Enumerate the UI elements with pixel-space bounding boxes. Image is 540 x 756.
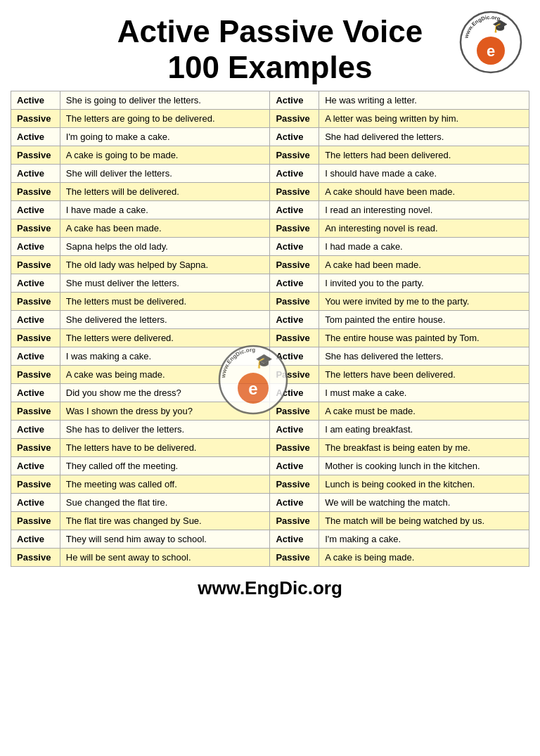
voice-table: ActiveShe is going to deliver the letter… bbox=[11, 91, 529, 567]
table-row: ActiveShe will deliver the letters.Activ… bbox=[11, 165, 529, 183]
voice-label-left: Passive bbox=[11, 475, 60, 494]
table-row: ActiveDid you show me the dress?ActiveI … bbox=[11, 384, 529, 402]
voice-sentence-left: I have made a cake. bbox=[60, 201, 270, 219]
voice-label-left: Passive bbox=[11, 183, 60, 201]
voice-label-left: Passive bbox=[11, 146, 60, 165]
voice-sentence-left: She will deliver the letters. bbox=[60, 165, 270, 183]
voice-label-left: Active bbox=[11, 128, 60, 146]
voice-label-left: Active bbox=[11, 384, 60, 402]
voice-label-right: Active bbox=[270, 201, 319, 219]
voice-label-left: Passive bbox=[11, 366, 60, 384]
table-row: PassiveThe letters will be delivered.Pas… bbox=[11, 183, 529, 201]
voice-sentence-left: The letters must be delivered. bbox=[60, 293, 270, 311]
voice-label-right: Passive bbox=[270, 549, 319, 567]
voice-sentence-left: Did you show me the dress? bbox=[60, 384, 270, 402]
voice-sentence-left: The letters were delivered. bbox=[60, 329, 270, 347]
voice-label-left: Active bbox=[11, 91, 60, 110]
table-row: ActiveShe is going to deliver the letter… bbox=[11, 91, 529, 110]
voice-sentence-right: The letters have been delivered. bbox=[319, 366, 529, 384]
table-row: ActiveThey called off the meeting.Active… bbox=[11, 457, 529, 475]
voice-sentence-right: You were invited by me to the party. bbox=[319, 293, 529, 311]
table-row: PassiveThe flat tire was changed by Sue.… bbox=[11, 512, 529, 530]
voice-label-right: Passive bbox=[270, 219, 319, 238]
voice-label-left: Passive bbox=[11, 439, 60, 457]
footer: www.EngDic.org bbox=[11, 567, 529, 603]
voice-sentence-left: They will send him away to school. bbox=[60, 530, 270, 549]
voice-label-left: Active bbox=[11, 347, 60, 366]
voice-label-left: Active bbox=[11, 165, 60, 183]
voice-label-left: Passive bbox=[11, 219, 60, 238]
table-row: PassiveThe letters have to be delivered.… bbox=[11, 439, 529, 457]
voice-sentence-left: The letters have to be delivered. bbox=[60, 439, 270, 457]
logo: www.EngDic.org 🎓 e bbox=[459, 11, 522, 74]
voice-sentence-right: The letters had been delivered. bbox=[319, 146, 529, 165]
table-row: ActiveShe delivered the letters.ActiveTo… bbox=[11, 311, 529, 329]
page-header: Active Passive Voice 100 Examples www.En… bbox=[11, 7, 529, 91]
voice-sentence-right: I'm making a cake. bbox=[319, 530, 529, 549]
voice-label-right: Active bbox=[270, 347, 319, 366]
voice-sentence-right: I read an interesting novel. bbox=[319, 201, 529, 219]
voice-label-left: Passive bbox=[11, 256, 60, 274]
voice-sentence-left: He will be sent away to school. bbox=[60, 549, 270, 567]
voice-label-right: Active bbox=[270, 530, 319, 549]
voice-label-right: Active bbox=[270, 421, 319, 439]
voice-sentence-right: A cake must be made. bbox=[319, 402, 529, 421]
voice-sentence-left: A cake is going to be made. bbox=[60, 146, 270, 165]
table-row: ActiveShe must deliver the letters.Activ… bbox=[11, 274, 529, 293]
table-row: PassiveThe letters are going to be deliv… bbox=[11, 110, 529, 128]
voice-label-right: Active bbox=[270, 311, 319, 329]
table-row: PassiveWas I shown the dress by you?Pass… bbox=[11, 402, 529, 421]
voice-sentence-left: I was making a cake. bbox=[60, 347, 270, 366]
voice-label-left: Passive bbox=[11, 402, 60, 421]
voice-label-right: Passive bbox=[270, 402, 319, 421]
table-row: PassiveThe letters must be delivered.Pas… bbox=[11, 293, 529, 311]
voice-label-right: Active bbox=[270, 384, 319, 402]
voice-sentence-right: He was writing a letter. bbox=[319, 91, 529, 110]
svg-text:🎓: 🎓 bbox=[492, 18, 508, 34]
voice-sentence-right: She had delivered the letters. bbox=[319, 128, 529, 146]
table-row: PassiveThe old lady was helped by Sapna.… bbox=[11, 256, 529, 274]
voice-sentence-left: She has to deliver the letters. bbox=[60, 421, 270, 439]
table-row: PassiveThe letters were delivered.Passiv… bbox=[11, 329, 529, 347]
voice-label-right: Passive bbox=[270, 183, 319, 201]
voice-label-left: Passive bbox=[11, 549, 60, 567]
voice-sentence-left: The letters will be delivered. bbox=[60, 183, 270, 201]
voice-label-left: Active bbox=[11, 311, 60, 329]
table-row: PassiveA cake has been made.PassiveAn in… bbox=[11, 219, 529, 238]
table-row: ActiveI was making a cake.ActiveShe has … bbox=[11, 347, 529, 366]
page-title: Active Passive Voice 100 Examples bbox=[11, 14, 529, 85]
voice-sentence-right: We will be watching the match. bbox=[319, 494, 529, 512]
table-row: PassiveThe meeting was called off.Passiv… bbox=[11, 475, 529, 494]
table-row: ActiveThey will send him away to school.… bbox=[11, 530, 529, 549]
voice-label-right: Passive bbox=[270, 146, 319, 165]
table-row: PassiveA cake was being made.PassiveThe … bbox=[11, 366, 529, 384]
voice-label-left: Passive bbox=[11, 110, 60, 128]
voice-sentence-right: I should have made a cake. bbox=[319, 165, 529, 183]
voice-sentence-left: A cake was being made. bbox=[60, 366, 270, 384]
voice-label-right: Active bbox=[270, 165, 319, 183]
voice-sentence-right: I am eating breakfast. bbox=[319, 421, 529, 439]
voice-sentence-left: Sue changed the flat tire. bbox=[60, 494, 270, 512]
voice-sentence-left: Was I shown the dress by you? bbox=[60, 402, 270, 421]
voice-sentence-right: A cake is being made. bbox=[319, 549, 529, 567]
voice-sentence-left: She delivered the letters. bbox=[60, 311, 270, 329]
voice-label-right: Passive bbox=[270, 439, 319, 457]
table-row: ActiveI'm going to make a cake.ActiveShe… bbox=[11, 128, 529, 146]
table-row: ActiveShe has to deliver the letters.Act… bbox=[11, 421, 529, 439]
voice-label-left: Passive bbox=[11, 329, 60, 347]
voice-label-right: Passive bbox=[270, 329, 319, 347]
voice-label-right: Passive bbox=[270, 110, 319, 128]
voice-label-right: Active bbox=[270, 128, 319, 146]
voice-label-left: Active bbox=[11, 457, 60, 475]
table-row: PassiveA cake is going to be made.Passiv… bbox=[11, 146, 529, 165]
voice-sentence-right: Lunch is being cooked in the kitchen. bbox=[319, 475, 529, 494]
voice-sentence-left: A cake has been made. bbox=[60, 219, 270, 238]
voice-label-right: Active bbox=[270, 457, 319, 475]
voice-label-left: Active bbox=[11, 421, 60, 439]
voice-label-left: Active bbox=[11, 530, 60, 549]
voice-sentence-right: I must make a cake. bbox=[319, 384, 529, 402]
voice-sentence-left: The old lady was helped by Sapna. bbox=[60, 256, 270, 274]
voice-label-left: Active bbox=[11, 201, 60, 219]
voice-label-right: Passive bbox=[270, 256, 319, 274]
voice-label-left: Active bbox=[11, 494, 60, 512]
